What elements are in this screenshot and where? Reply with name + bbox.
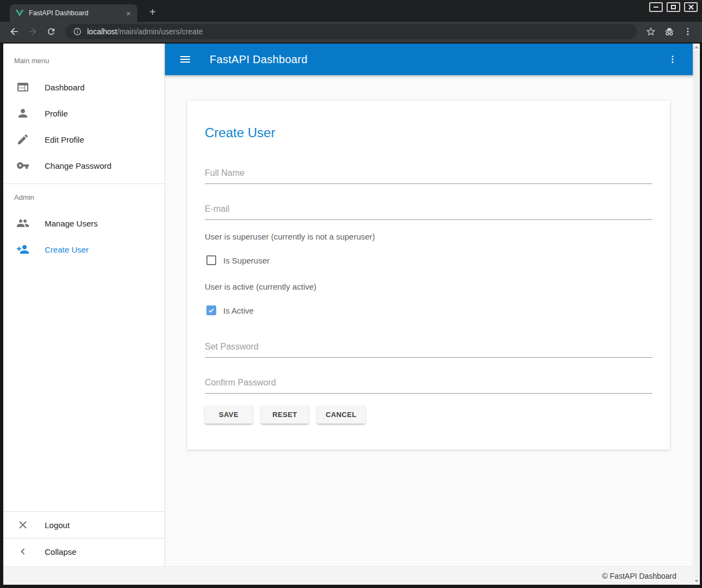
sidebar-item-create-user[interactable]: Create User xyxy=(3,236,164,262)
is-superuser-checkbox[interactable]: Is Superuser xyxy=(205,255,652,266)
back-arrow-icon xyxy=(9,26,20,37)
sidebar-item-manage-users[interactable]: Manage Users xyxy=(3,210,164,236)
sidebar-item-label: Manage Users xyxy=(45,219,98,228)
page-info-icon[interactable] xyxy=(73,27,82,36)
sidebar-item-change-password[interactable]: Change Password xyxy=(3,152,164,179)
window-controls xyxy=(649,2,698,12)
save-button[interactable]: SAVE xyxy=(205,405,253,424)
reload-icon xyxy=(46,27,56,36)
sidebar-item-label: Collapse xyxy=(45,547,76,556)
maximize-icon xyxy=(671,5,676,9)
active-note: User is active (currently active) xyxy=(205,281,652,292)
sidebar-item-label: Logout xyxy=(45,520,70,530)
sidebar-item-logout[interactable]: Logout xyxy=(3,512,164,538)
window-minimize-button[interactable] xyxy=(649,2,663,12)
reload-button[interactable] xyxy=(44,24,59,39)
reset-button[interactable]: RESET xyxy=(261,405,309,424)
sidebar-item-label: Create User xyxy=(45,245,89,254)
key-icon xyxy=(16,159,29,172)
sidebar-item-edit-profile[interactable]: Edit Profile xyxy=(3,126,164,152)
sidebar-item-label: Edit Profile xyxy=(45,135,84,144)
scrollbar-thumb[interactable] xyxy=(694,50,699,578)
url-host: localhost xyxy=(87,27,117,36)
form-actions: SAVE RESET CANCEL xyxy=(205,405,652,424)
tab-strip: FastAPI Dashboard × + xyxy=(0,0,702,22)
scroll-up-icon[interactable] xyxy=(694,46,699,48)
checkbox-box[interactable] xyxy=(206,305,216,315)
page-title: Create User xyxy=(205,125,652,141)
sidebar: Main menu Dashboard Profile xyxy=(3,44,165,566)
superuser-note: User is superuser (currently is not a su… xyxy=(205,231,652,242)
chevron-left-icon xyxy=(16,545,29,558)
hamburger-icon xyxy=(179,53,192,66)
page-frame: Main menu Dashboard Profile xyxy=(0,44,702,588)
browser-toolbar: localhost/main/admin/users/create xyxy=(0,22,702,44)
tab-title: FastAPI Dashboard xyxy=(29,9,124,17)
sidebar-item-profile[interactable]: Profile xyxy=(3,100,164,126)
tab-close-icon[interactable]: × xyxy=(124,9,133,17)
dots-vertical-icon xyxy=(668,54,677,64)
appbar-overflow-button[interactable] xyxy=(668,54,677,64)
checkbox-label: Is Active xyxy=(223,306,254,315)
browser-window: FastAPI Dashboard × + loc xyxy=(0,0,702,588)
checkbox-label: Is Superuser xyxy=(223,256,270,265)
main-area: FastAPI Dashboard Create User User is su… xyxy=(165,44,693,566)
dots-vertical-icon xyxy=(683,27,693,36)
address-bar[interactable]: localhost/main/admin/users/create xyxy=(65,24,637,39)
star-icon xyxy=(645,26,656,37)
create-user-card: Create User User is superuser (currently… xyxy=(187,101,670,450)
window-maximize-button[interactable] xyxy=(667,2,680,12)
vertical-scrollbar[interactable] xyxy=(693,44,700,585)
bookmark-button[interactable] xyxy=(643,24,658,39)
cancel-button[interactable]: CANCEL xyxy=(317,405,365,424)
sidebar-section-admin: Admin xyxy=(3,184,164,210)
sidebar-item-dashboard[interactable]: Dashboard xyxy=(3,74,164,100)
confirm-password-input[interactable] xyxy=(205,378,652,394)
sidebar-item-label: Change Password xyxy=(45,161,112,170)
page-footer: © FastAPI Dashboard xyxy=(3,566,693,585)
url-text[interactable]: localhost/main/admin/users/create xyxy=(87,27,203,36)
vue-logo-icon xyxy=(15,9,24,17)
sidebar-section-main-menu: Main menu xyxy=(3,44,164,74)
app-header: FastAPI Dashboard xyxy=(165,44,693,75)
forward-button[interactable] xyxy=(25,24,40,39)
incognito-indicator xyxy=(662,24,677,39)
copyright-text: © FastAPI Dashboard xyxy=(602,572,676,580)
url-path: /main/admin/users/create xyxy=(117,27,203,36)
person-add-icon xyxy=(16,243,29,256)
check-icon xyxy=(207,307,215,314)
sidebar-item-label: Profile xyxy=(45,109,68,118)
forward-arrow-icon xyxy=(27,26,38,37)
people-icon xyxy=(16,217,29,230)
app-title: FastAPI Dashboard xyxy=(210,53,308,66)
scroll-down-icon[interactable] xyxy=(694,580,699,583)
sidebar-spacer xyxy=(3,262,164,511)
hamburger-menu-button[interactable] xyxy=(179,53,192,66)
back-button[interactable] xyxy=(7,24,22,39)
is-active-checkbox[interactable]: Is Active xyxy=(205,305,652,316)
browser-tab[interactable]: FastAPI Dashboard × xyxy=(10,4,137,22)
person-icon xyxy=(16,107,29,120)
browser-menu-button[interactable] xyxy=(680,24,695,39)
close-icon xyxy=(688,4,694,10)
window-close-button[interactable] xyxy=(684,2,698,12)
set-password-input[interactable] xyxy=(205,342,652,358)
page-content: Create User User is superuser (currently… xyxy=(165,75,693,566)
checkbox-box[interactable] xyxy=(206,255,216,265)
pencil-icon xyxy=(16,133,29,146)
sidebar-item-label: Dashboard xyxy=(45,83,84,92)
logout-close-icon xyxy=(16,518,29,531)
email-input[interactable] xyxy=(205,204,652,220)
incognito-icon xyxy=(663,26,675,38)
full-name-input[interactable] xyxy=(205,168,652,184)
sidebar-item-collapse[interactable]: Collapse xyxy=(3,538,164,565)
minimize-icon xyxy=(654,7,658,8)
dashboard-icon xyxy=(16,81,29,94)
new-tab-button[interactable]: + xyxy=(145,4,160,20)
